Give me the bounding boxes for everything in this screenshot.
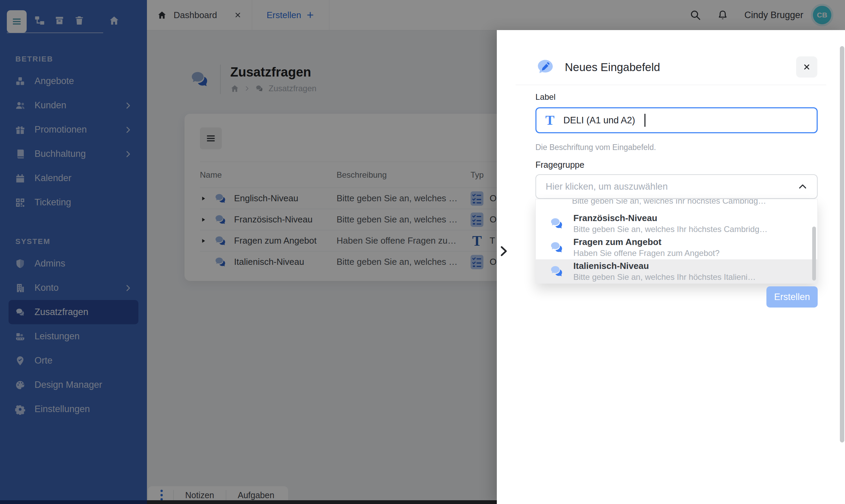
label-input-value: DELI (A1 und A2): [563, 115, 635, 126]
chevron-up-icon[interactable]: [798, 182, 807, 191]
fragegruppe-select[interactable]: Hier klicken, um auszuwählen: [535, 174, 818, 199]
option-title: Fragen zum Angebot: [573, 237, 720, 247]
text-type-icon: T: [545, 113, 555, 127]
erstellen-submit-button[interactable]: Erstellen: [766, 286, 818, 308]
chat-bubbles-icon: [549, 240, 564, 255]
close-icon: [803, 63, 811, 71]
dropdown-scrollbar[interactable]: [812, 227, 816, 281]
label-input[interactable]: T DELI (A1 und A2): [535, 107, 818, 133]
fragegruppe-label: Fragegruppe: [535, 160, 584, 170]
create-field-drawer: Neues Eingabefeld Label T DELI (A1 und A…: [497, 30, 845, 504]
label-helper-text: Die Beschriftung vom Eingabefeld.: [535, 143, 656, 152]
drawer-divider: [516, 85, 826, 85]
dropdown-option-partial[interactable]: Bitte geben Sie an, welches Ihr höchstes…: [536, 199, 817, 212]
chat-bubbles-icon: [549, 216, 564, 231]
label-field-label: Label: [535, 92, 556, 102]
chat-bubbles-icon: [549, 263, 564, 279]
bubble-pencil-icon: [535, 57, 555, 77]
dropdown-option-franzoesisch[interactable]: Französisch-Niveau Bitte geben Sie an, w…: [536, 212, 817, 235]
chevron-right-icon: [498, 245, 510, 257]
dropdown-option-fragen-zum-angebot[interactable]: Fragen zum Angebot Haben Sie offene Frag…: [536, 235, 817, 259]
drawer-collapse-handle[interactable]: [495, 241, 513, 261]
drawer-scrollbar[interactable]: [840, 46, 844, 442]
option-description: Bitte geben Sie an, welches Ihr höchstes…: [573, 224, 767, 234]
option-title: Französisch-Niveau: [573, 213, 767, 223]
text-cursor: [644, 114, 645, 127]
option-title: Italienisch-Niveau: [573, 261, 756, 271]
drawer-header: Neues Eingabefeld: [535, 57, 660, 77]
option-description: Bitte geben Sie an, welches Ihr höchstes…: [572, 199, 766, 206]
select-placeholder: Hier klicken, um auszuwählen: [546, 181, 668, 192]
option-description: Bitte geben Sie an, welches Ihr höchstes…: [573, 272, 756, 282]
drawer-title: Neues Eingabefeld: [565, 61, 660, 74]
close-drawer-button[interactable]: [796, 56, 817, 78]
fragegruppe-dropdown: Bitte geben Sie an, welches Ihr höchstes…: [535, 199, 818, 284]
app-window: BETRIEB Angebote Kunden Promotionen Buch…: [0, 0, 845, 504]
option-description: Haben Sie offene Fragen zum Angebot?: [573, 248, 720, 258]
dropdown-option-italienisch[interactable]: Italienisch-Niveau Bitte geben Sie an, w…: [536, 259, 817, 283]
